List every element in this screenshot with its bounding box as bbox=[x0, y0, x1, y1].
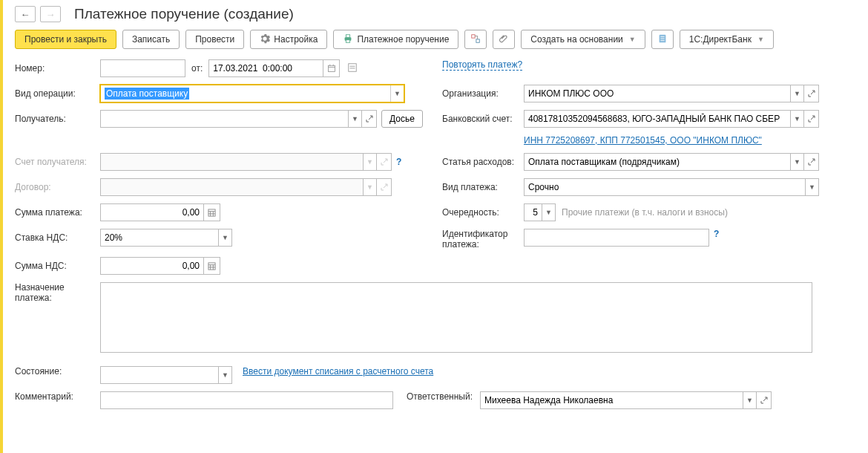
recipient-input[interactable] bbox=[100, 110, 349, 128]
vat-amount-input[interactable] bbox=[100, 257, 204, 275]
gear-icon bbox=[260, 33, 270, 46]
operation-type-value: Оплата поставщику bbox=[105, 88, 189, 100]
payment-amount-calc[interactable] bbox=[204, 203, 220, 221]
recipient-account-help[interactable]: ? bbox=[396, 157, 401, 167]
payment-amount-input[interactable] bbox=[100, 203, 204, 221]
settings-label: Настройка bbox=[274, 34, 318, 45]
vat-rate-label: Ставка НДС: bbox=[15, 232, 100, 243]
organization-dropdown[interactable]: ▼ bbox=[791, 85, 804, 102]
bank-account-open[interactable] bbox=[804, 110, 819, 128]
recipient-open[interactable] bbox=[362, 110, 377, 128]
payment-id-label: Идентификатор платежа: bbox=[442, 229, 524, 250]
attachment-button[interactable] bbox=[493, 30, 515, 49]
recipient-account-label: Счет получателя: bbox=[15, 157, 100, 167]
bank-account-input[interactable] bbox=[524, 110, 791, 128]
chevron-down-icon: ▼ bbox=[629, 36, 636, 43]
bank-account-dropdown[interactable]: ▼ bbox=[791, 110, 804, 128]
create-based-button[interactable]: Создать на основании ▼ bbox=[521, 30, 645, 49]
save-button[interactable]: Записать bbox=[122, 30, 180, 49]
svg-rect-3 bbox=[472, 34, 475, 37]
nav-back-button[interactable]: ← bbox=[15, 6, 36, 22]
payment-id-help[interactable]: ? bbox=[714, 229, 719, 239]
create-based-label: Создать на основании bbox=[530, 34, 623, 45]
calendar-button[interactable] bbox=[323, 59, 340, 77]
responsible-dropdown[interactable]: ▼ bbox=[743, 391, 757, 409]
recipient-label: Получатель: bbox=[15, 114, 100, 124]
recipient-account-dropdown: ▼ bbox=[364, 153, 377, 171]
number-input[interactable] bbox=[100, 59, 185, 77]
submit-close-button[interactable]: Провести и закрыть bbox=[15, 30, 116, 49]
status-label: Состояние: bbox=[15, 366, 100, 377]
payment-amount-label: Сумма платежа: bbox=[15, 207, 100, 218]
operation-type-dropdown[interactable]: ▼ bbox=[390, 85, 404, 102]
status-input[interactable] bbox=[100, 366, 219, 384]
calculator-icon bbox=[208, 209, 216, 217]
responsible-open[interactable] bbox=[757, 391, 772, 409]
svg-rect-16 bbox=[208, 209, 215, 215]
calculator-icon bbox=[208, 262, 216, 270]
vat-amount-calc[interactable] bbox=[204, 257, 220, 275]
date-input[interactable] bbox=[208, 59, 323, 77]
organization-label: Организация: bbox=[442, 88, 524, 99]
dossier-button[interactable]: Досье bbox=[381, 110, 423, 128]
svg-rect-21 bbox=[208, 262, 215, 269]
form-mode-icon[interactable] bbox=[347, 62, 358, 75]
contract-open bbox=[377, 178, 392, 196]
direct-bank-button[interactable]: 1С:ДиректБанк ▼ bbox=[680, 30, 774, 49]
post-button[interactable]: Провести bbox=[185, 30, 244, 49]
contract-input bbox=[100, 178, 364, 196]
purpose-label: Назначение платежа: bbox=[15, 282, 100, 303]
svg-rect-1 bbox=[346, 34, 350, 37]
payment-kind-label: Вид платежа: bbox=[442, 182, 524, 192]
purpose-textarea[interactable] bbox=[100, 282, 812, 353]
operation-type-combo[interactable]: Оплата поставщику ▼ bbox=[100, 85, 404, 102]
recipient-account-open bbox=[377, 153, 392, 171]
vat-rate-input[interactable] bbox=[100, 229, 219, 247]
bank-account-label: Банковский счет: bbox=[442, 114, 524, 124]
chevron-down-icon: ▼ bbox=[757, 36, 764, 43]
report-icon bbox=[657, 33, 668, 46]
organization-input[interactable] bbox=[524, 85, 791, 102]
svg-rect-9 bbox=[328, 65, 335, 71]
comment-label: Комментарий: bbox=[15, 391, 100, 402]
payment-id-input[interactable] bbox=[524, 229, 709, 247]
paperclip-icon bbox=[499, 33, 509, 46]
vat-amount-label: Сумма НДС: bbox=[15, 261, 100, 271]
enter-writeoff-link[interactable]: Ввести документ списания с расчетного сч… bbox=[243, 366, 433, 377]
expense-item-label: Статья расходов: bbox=[442, 157, 524, 167]
comment-input[interactable] bbox=[100, 391, 393, 409]
report-button[interactable] bbox=[651, 30, 674, 49]
print-label: Платежное поручение bbox=[357, 34, 449, 45]
nav-forward-button[interactable]: → bbox=[40, 6, 61, 22]
settings-button[interactable]: Настройка bbox=[250, 30, 327, 49]
responsible-input[interactable] bbox=[480, 391, 743, 409]
repeat-payment-link[interactable]: Повторять платеж? bbox=[442, 59, 522, 71]
contract-dropdown: ▼ bbox=[364, 178, 377, 196]
number-label: Номер: bbox=[15, 63, 100, 74]
svg-rect-4 bbox=[476, 39, 479, 42]
structure-button[interactable] bbox=[464, 30, 487, 49]
priority-input[interactable] bbox=[524, 203, 542, 221]
print-button[interactable]: Платежное поручение bbox=[333, 30, 458, 49]
structure-icon bbox=[470, 33, 481, 46]
page-title: Платежное поручение (создание) bbox=[74, 6, 294, 22]
expense-item-input[interactable] bbox=[524, 153, 791, 171]
contract-label: Договор: bbox=[15, 182, 100, 192]
printer-icon bbox=[343, 33, 353, 46]
recipient-dropdown[interactable]: ▼ bbox=[349, 110, 362, 128]
expense-item-open[interactable] bbox=[804, 153, 819, 171]
status-dropdown[interactable]: ▼ bbox=[219, 366, 232, 384]
from-label: от: bbox=[191, 63, 203, 74]
priority-label: Очередность: bbox=[442, 207, 524, 218]
payment-kind-input[interactable] bbox=[524, 178, 806, 196]
svg-rect-13 bbox=[349, 63, 357, 71]
calendar-icon bbox=[327, 64, 336, 73]
vat-rate-dropdown[interactable]: ▼ bbox=[219, 229, 232, 247]
priority-hint: Прочие платежи (в т.ч. налоги и взносы) bbox=[562, 207, 728, 218]
operation-type-label: Вид операции: bbox=[15, 88, 100, 99]
expense-item-dropdown[interactable]: ▼ bbox=[791, 153, 804, 171]
priority-dropdown[interactable]: ▼ bbox=[542, 203, 556, 221]
payer-details-link[interactable]: ИНН 7725208697, КПП 772501545, ООО "ИНКО… bbox=[524, 135, 762, 146]
payment-kind-dropdown[interactable]: ▼ bbox=[806, 178, 819, 196]
organization-open[interactable] bbox=[804, 85, 819, 102]
